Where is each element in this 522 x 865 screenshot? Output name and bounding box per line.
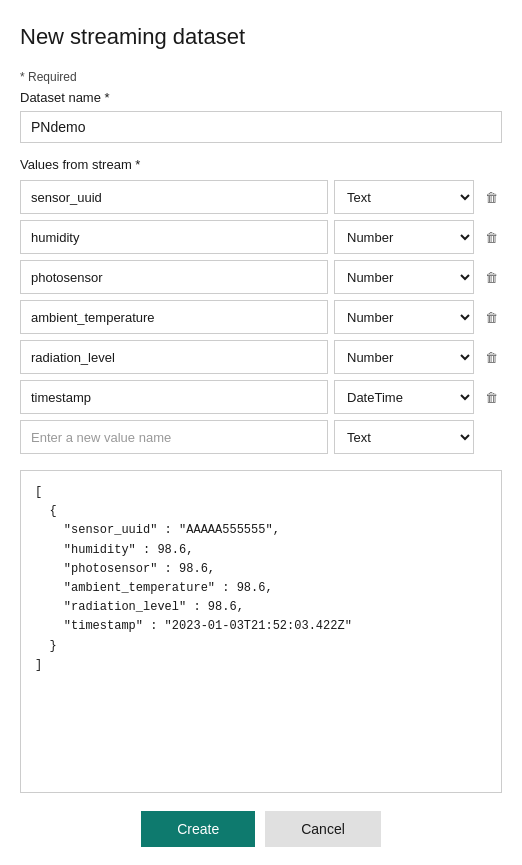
stream-name-input[interactable] [20, 260, 328, 294]
panel: New streaming dataset * Required Dataset… [0, 0, 522, 865]
json-preview: [ { "sensor_uuid" : "AAAAA555555", "humi… [20, 470, 502, 793]
trash-icon [485, 228, 498, 246]
type-select[interactable]: TextNumberDateTimeBoolean [334, 220, 474, 254]
type-select[interactable]: TextNumberDateTimeBoolean [334, 340, 474, 374]
stream-row: TextNumberDateTimeBoolean [20, 380, 502, 414]
stream-rows-container: TextNumberDateTimeBooleanTextNumberDateT… [20, 180, 502, 420]
create-button[interactable]: Create [141, 811, 255, 847]
stream-row: TextNumberDateTimeBoolean [20, 300, 502, 334]
stream-name-input[interactable] [20, 340, 328, 374]
new-value-row: Text Number DateTime Boolean [20, 420, 502, 454]
dataset-name-input[interactable] [20, 111, 502, 143]
stream-row: TextNumberDateTimeBoolean [20, 180, 502, 214]
delete-row-button[interactable] [480, 386, 502, 408]
type-select[interactable]: TextNumberDateTimeBoolean [334, 260, 474, 294]
trash-icon [485, 308, 498, 326]
trash-icon [485, 348, 498, 366]
new-value-type-select[interactable]: Text Number DateTime Boolean [334, 420, 474, 454]
stream-name-input[interactable] [20, 380, 328, 414]
stream-name-input[interactable] [20, 180, 328, 214]
stream-name-input[interactable] [20, 220, 328, 254]
cancel-button[interactable]: Cancel [265, 811, 381, 847]
stream-row: TextNumberDateTimeBoolean [20, 340, 502, 374]
type-select[interactable]: TextNumberDateTimeBoolean [334, 300, 474, 334]
trash-icon [485, 268, 498, 286]
delete-row-button[interactable] [480, 346, 502, 368]
values-from-stream-label: Values from stream * [20, 157, 502, 172]
stream-name-input[interactable] [20, 300, 328, 334]
page-title: New streaming dataset [20, 24, 502, 50]
stream-row: TextNumberDateTimeBoolean [20, 220, 502, 254]
delete-row-button[interactable] [480, 266, 502, 288]
trash-icon [485, 388, 498, 406]
trash-icon [485, 188, 498, 206]
required-note: * Required [20, 70, 502, 84]
stream-row: TextNumberDateTimeBoolean [20, 260, 502, 294]
dataset-name-label: Dataset name * [20, 90, 502, 105]
type-select[interactable]: TextNumberDateTimeBoolean [334, 380, 474, 414]
delete-row-button[interactable] [480, 186, 502, 208]
new-value-name-input[interactable] [20, 420, 328, 454]
type-select[interactable]: TextNumberDateTimeBoolean [334, 180, 474, 214]
delete-row-button[interactable] [480, 226, 502, 248]
footer: Create Cancel [20, 793, 502, 865]
delete-row-button[interactable] [480, 306, 502, 328]
